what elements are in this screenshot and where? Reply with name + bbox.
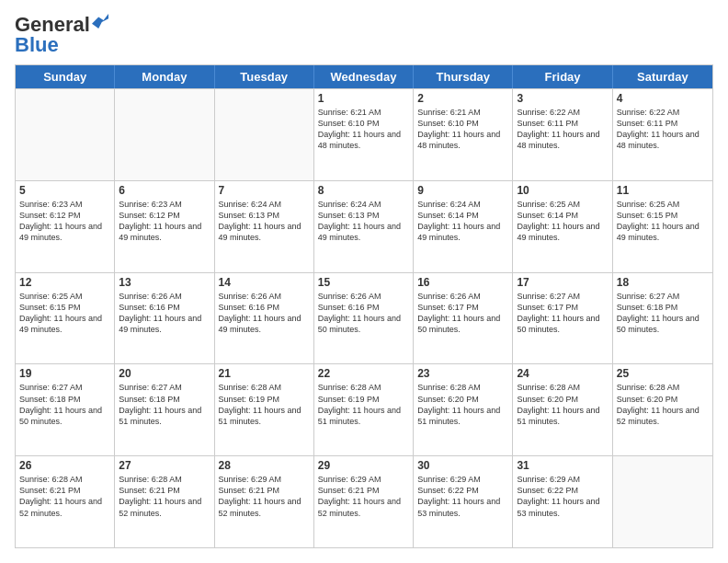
weekday-header-monday: Monday (115, 65, 214, 88)
day-info: Sunrise: 6:26 AM Sunset: 6:16 PM Dayligh… (119, 291, 210, 336)
calendar-cell (215, 89, 314, 180)
calendar-cell: 19Sunrise: 6:27 AM Sunset: 6:18 PM Dayli… (16, 364, 115, 455)
day-number: 21 (219, 367, 310, 380)
weekday-header-tuesday: Tuesday (215, 65, 314, 88)
calendar-cell: 28Sunrise: 6:29 AM Sunset: 6:21 PM Dayli… (215, 456, 314, 547)
calendar-cell: 15Sunrise: 6:26 AM Sunset: 6:16 PM Dayli… (314, 273, 414, 364)
calendar-cell: 14Sunrise: 6:26 AM Sunset: 6:16 PM Dayli… (215, 273, 314, 364)
calendar-cell: 7Sunrise: 6:24 AM Sunset: 6:13 PM Daylig… (215, 181, 314, 272)
day-number: 20 (119, 367, 210, 380)
logo-bird-icon (92, 13, 108, 29)
day-number: 27 (119, 459, 210, 472)
calendar-cell: 3Sunrise: 6:22 AM Sunset: 6:11 PM Daylig… (513, 89, 612, 180)
day-info: Sunrise: 6:23 AM Sunset: 6:12 PM Dayligh… (19, 199, 110, 244)
calendar-cell: 17Sunrise: 6:27 AM Sunset: 6:17 PM Dayli… (513, 273, 612, 364)
day-info: Sunrise: 6:29 AM Sunset: 6:22 PM Dayligh… (517, 474, 608, 519)
calendar-cell: 30Sunrise: 6:29 AM Sunset: 6:22 PM Dayli… (414, 456, 513, 547)
day-number: 29 (318, 459, 409, 472)
day-info: Sunrise: 6:26 AM Sunset: 6:17 PM Dayligh… (417, 291, 508, 336)
day-number: 3 (517, 92, 608, 105)
calendar-cell: 1Sunrise: 6:21 AM Sunset: 6:10 PM Daylig… (314, 89, 414, 180)
weekday-header-saturday: Saturday (613, 65, 712, 88)
calendar-cell: 20Sunrise: 6:27 AM Sunset: 6:18 PM Dayli… (115, 364, 214, 455)
weekday-header-thursday: Thursday (414, 65, 513, 88)
calendar-cell: 11Sunrise: 6:25 AM Sunset: 6:15 PM Dayli… (613, 181, 712, 272)
day-number: 31 (517, 459, 608, 472)
logo-text-blue: Blue (15, 33, 59, 56)
day-number: 1 (318, 92, 409, 105)
calendar-cell: 9Sunrise: 6:24 AM Sunset: 6:14 PM Daylig… (414, 181, 513, 272)
calendar-cell (613, 456, 712, 547)
day-number: 26 (19, 459, 110, 472)
calendar-week-2: 5Sunrise: 6:23 AM Sunset: 6:12 PM Daylig… (16, 180, 712, 272)
calendar-week-5: 26Sunrise: 6:28 AM Sunset: 6:21 PM Dayli… (16, 455, 712, 547)
day-info: Sunrise: 6:26 AM Sunset: 6:16 PM Dayligh… (318, 291, 409, 336)
day-info: Sunrise: 6:27 AM Sunset: 6:18 PM Dayligh… (119, 382, 210, 427)
calendar-cell: 2Sunrise: 6:21 AM Sunset: 6:10 PM Daylig… (414, 89, 513, 180)
day-number: 16 (417, 276, 508, 289)
day-number: 10 (517, 184, 608, 197)
calendar-week-3: 12Sunrise: 6:25 AM Sunset: 6:15 PM Dayli… (16, 272, 712, 364)
day-number: 8 (318, 184, 409, 197)
calendar-cell: 12Sunrise: 6:25 AM Sunset: 6:15 PM Dayli… (16, 273, 115, 364)
day-number: 24 (517, 367, 608, 380)
day-info: Sunrise: 6:28 AM Sunset: 6:20 PM Dayligh… (517, 382, 608, 427)
calendar-cell: 29Sunrise: 6:29 AM Sunset: 6:21 PM Dayli… (314, 456, 414, 547)
calendar-cell: 16Sunrise: 6:26 AM Sunset: 6:17 PM Dayli… (414, 273, 513, 364)
day-info: Sunrise: 6:28 AM Sunset: 6:19 PM Dayligh… (318, 382, 409, 427)
day-info: Sunrise: 6:27 AM Sunset: 6:18 PM Dayligh… (617, 291, 709, 336)
day-info: Sunrise: 6:25 AM Sunset: 6:14 PM Dayligh… (517, 199, 608, 244)
day-info: Sunrise: 6:24 AM Sunset: 6:14 PM Dayligh… (417, 199, 508, 244)
day-info: Sunrise: 6:27 AM Sunset: 6:17 PM Dayligh… (517, 291, 608, 336)
page: General Blue SundayMondayTuesdayWednesda… (0, 0, 728, 563)
svg-marker-0 (92, 14, 108, 29)
day-info: Sunrise: 6:23 AM Sunset: 6:12 PM Dayligh… (119, 199, 210, 244)
day-number: 30 (417, 459, 508, 472)
weekday-header-wednesday: Wednesday (314, 65, 414, 88)
weekday-header-friday: Friday (513, 65, 612, 88)
day-info: Sunrise: 6:24 AM Sunset: 6:13 PM Dayligh… (318, 199, 409, 244)
day-number: 22 (318, 367, 409, 380)
calendar-cell: 18Sunrise: 6:27 AM Sunset: 6:18 PM Dayli… (613, 273, 712, 364)
calendar-cell: 26Sunrise: 6:28 AM Sunset: 6:21 PM Dayli… (16, 456, 115, 547)
day-info: Sunrise: 6:22 AM Sunset: 6:11 PM Dayligh… (517, 107, 608, 152)
day-number: 18 (617, 276, 709, 289)
calendar-cell: 24Sunrise: 6:28 AM Sunset: 6:20 PM Dayli… (513, 364, 612, 455)
day-info: Sunrise: 6:21 AM Sunset: 6:10 PM Dayligh… (318, 107, 409, 152)
day-number: 2 (417, 92, 508, 105)
day-number: 9 (417, 184, 508, 197)
calendar-cell: 5Sunrise: 6:23 AM Sunset: 6:12 PM Daylig… (16, 181, 115, 272)
calendar-cell: 25Sunrise: 6:28 AM Sunset: 6:20 PM Dayli… (613, 364, 712, 455)
calendar: SundayMondayTuesdayWednesdayThursdayFrid… (15, 64, 713, 548)
calendar-week-4: 19Sunrise: 6:27 AM Sunset: 6:18 PM Dayli… (16, 363, 712, 455)
calendar-body: 1Sunrise: 6:21 AM Sunset: 6:10 PM Daylig… (16, 88, 712, 547)
calendar-cell: 10Sunrise: 6:25 AM Sunset: 6:14 PM Dayli… (513, 181, 612, 272)
day-info: Sunrise: 6:28 AM Sunset: 6:21 PM Dayligh… (119, 474, 210, 519)
day-info: Sunrise: 6:27 AM Sunset: 6:18 PM Dayligh… (19, 382, 110, 427)
day-number: 14 (219, 276, 310, 289)
day-number: 17 (517, 276, 608, 289)
calendar-cell: 8Sunrise: 6:24 AM Sunset: 6:13 PM Daylig… (314, 181, 414, 272)
day-number: 7 (219, 184, 310, 197)
day-info: Sunrise: 6:29 AM Sunset: 6:22 PM Dayligh… (417, 474, 508, 519)
day-number: 28 (219, 459, 310, 472)
calendar-header: SundayMondayTuesdayWednesdayThursdayFrid… (16, 65, 712, 88)
day-number: 15 (318, 276, 409, 289)
calendar-cell: 21Sunrise: 6:28 AM Sunset: 6:19 PM Dayli… (215, 364, 314, 455)
day-info: Sunrise: 6:21 AM Sunset: 6:10 PM Dayligh… (417, 107, 508, 152)
weekday-header-sunday: Sunday (16, 65, 115, 88)
day-number: 19 (19, 367, 110, 380)
day-number: 11 (617, 184, 709, 197)
day-info: Sunrise: 6:29 AM Sunset: 6:21 PM Dayligh… (318, 474, 409, 519)
day-info: Sunrise: 6:28 AM Sunset: 6:20 PM Dayligh… (417, 382, 508, 427)
day-info: Sunrise: 6:26 AM Sunset: 6:16 PM Dayligh… (219, 291, 310, 336)
calendar-cell: 22Sunrise: 6:28 AM Sunset: 6:19 PM Dayli… (314, 364, 414, 455)
calendar-cell (16, 89, 115, 180)
calendar-cell: 31Sunrise: 6:29 AM Sunset: 6:22 PM Dayli… (513, 456, 612, 547)
logo: General Blue (15, 15, 108, 55)
day-number: 5 (19, 184, 110, 197)
header: General Blue (15, 15, 713, 55)
calendar-cell: 27Sunrise: 6:28 AM Sunset: 6:21 PM Dayli… (115, 456, 214, 547)
calendar-cell: 6Sunrise: 6:23 AM Sunset: 6:12 PM Daylig… (115, 181, 214, 272)
calendar-week-1: 1Sunrise: 6:21 AM Sunset: 6:10 PM Daylig… (16, 88, 712, 180)
